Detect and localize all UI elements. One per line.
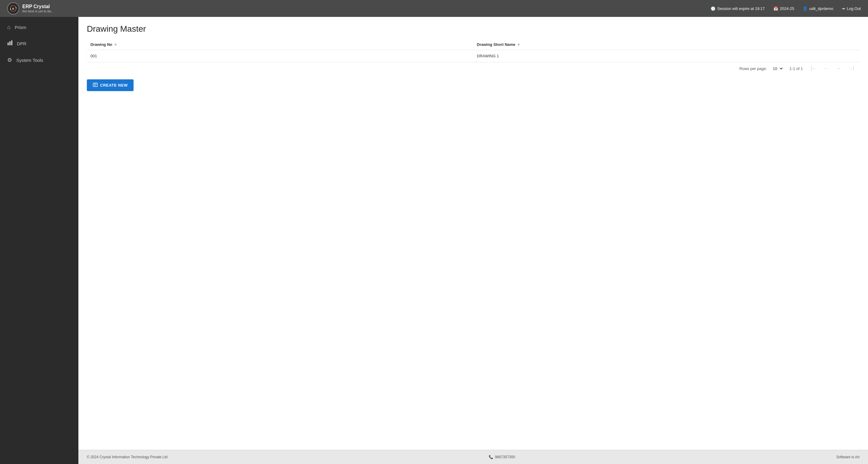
brand-tagline: the best is yet to be.. (22, 9, 53, 13)
sidebar-item-dpr[interactable]: DPR (0, 35, 79, 52)
year-label: 2024-25 (780, 6, 795, 11)
brand: E ERP Crystal the best is yet to be.. (7, 2, 86, 14)
last-page-button[interactable]: →| (846, 65, 856, 72)
clock-icon: 🕓 (711, 6, 715, 11)
session-info: 🕓 Session will expire at 19:17 (711, 6, 765, 11)
sidebar-item-prism[interactable]: ⌂ Prism (0, 19, 79, 35)
svg-rect-5 (7, 42, 9, 45)
filter-drawing-no-icon[interactable]: ▿ (115, 42, 116, 47)
table-body: 001DRAWING 1 (87, 50, 860, 62)
page-info: 1-1 of 1 (789, 66, 803, 71)
top-header: E ERP Crystal the best is yet to be.. 🕓 … (0, 0, 868, 17)
header-info: 🕓 Session will expire at 19:17 📅 2024-25… (711, 6, 861, 11)
sidebar-item-label-prism: Prism (15, 25, 26, 30)
home-icon: ⌂ (7, 24, 10, 30)
session-label: Session will expire at 19:17 (717, 6, 765, 11)
pagination-row: Rows per page: 10 5 25 50 1-1 of 1 |← ← … (87, 62, 860, 75)
sidebar: ⌂ Prism DPR ⚙ System Tools (0, 17, 79, 464)
create-new-label: CREATE NEW (100, 83, 127, 87)
brand-name: ERP Crystal (22, 4, 53, 9)
year-info: 📅 2024-25 (773, 6, 795, 11)
sidebar-item-label-dpr: DPR (17, 41, 27, 46)
bar-chart-icon (7, 40, 13, 47)
footer: © 2024 Crystal Information Technology Pr… (79, 450, 868, 464)
user-icon: 👤 (803, 6, 807, 11)
logout-label: Log Out (847, 6, 861, 11)
brand-text: ERP Crystal the best is yet to be.. (22, 4, 53, 13)
first-page-button[interactable]: |← (809, 65, 818, 72)
col-drawing-short-name-label: Drawing Short Name (477, 42, 516, 47)
col-drawing-no-label: Drawing No (90, 42, 112, 47)
footer-phone: 📞 9867357300 (489, 455, 515, 459)
create-new-icon (93, 82, 98, 88)
footer-tagline: Software is Art (836, 455, 860, 459)
gear-icon: ⚙ (7, 57, 12, 63)
main-content: Drawing Master Drawing No ▿ Drawi (79, 17, 868, 464)
create-new-button[interactable]: CREATE NEW (87, 79, 133, 91)
brand-logo-svg: E (8, 4, 18, 13)
main-inner: Drawing Master Drawing No ▿ Drawi (79, 17, 868, 450)
rows-per-page-select[interactable]: 10 5 25 50 (771, 65, 783, 72)
phone-icon: 📞 (489, 455, 493, 459)
logout-button[interactable]: ➟ Log Out (842, 6, 861, 11)
layout: ⌂ Prism DPR ⚙ System Tools Drawing Maste… (0, 17, 868, 464)
page-title: Drawing Master (87, 24, 860, 34)
prev-page-button[interactable]: ← (822, 65, 831, 72)
svg-text:E: E (12, 7, 14, 10)
footer-phone-number: 9867357300 (495, 455, 515, 459)
table-header-row: Drawing No ▿ Drawing Short Name ▿ (87, 39, 860, 50)
user-label: udit_dprdemo (809, 6, 833, 11)
table-row: 001DRAWING 1 (87, 50, 860, 62)
next-page-button[interactable]: → (834, 65, 843, 72)
svg-rect-7 (11, 40, 12, 45)
sidebar-item-label-system-tools: System Tools (16, 58, 43, 63)
drawing-master-table: Drawing No ▿ Drawing Short Name ▿ (87, 39, 860, 62)
logout-icon: ➟ (842, 6, 845, 11)
brand-logo: E (7, 2, 19, 14)
footer-copyright: © 2024 Crystal Information Technology Pr… (87, 455, 167, 459)
svg-rect-6 (9, 41, 10, 45)
col-header-drawing-no: Drawing No ▿ (87, 39, 473, 50)
filter-drawing-short-name-icon[interactable]: ▿ (518, 42, 520, 47)
col-header-drawing-short-name: Drawing Short Name ▿ (473, 39, 860, 50)
sidebar-item-system-tools[interactable]: ⚙ System Tools (0, 52, 79, 68)
calendar-icon: 📅 (773, 6, 778, 11)
cell-drawing-no[interactable]: 001 (87, 50, 473, 62)
user-info: 👤 udit_dprdemo (803, 6, 833, 11)
cell-drawing-short-name: DRAWING 1 (473, 50, 860, 62)
rows-per-page-label: Rows per page: (740, 66, 767, 71)
